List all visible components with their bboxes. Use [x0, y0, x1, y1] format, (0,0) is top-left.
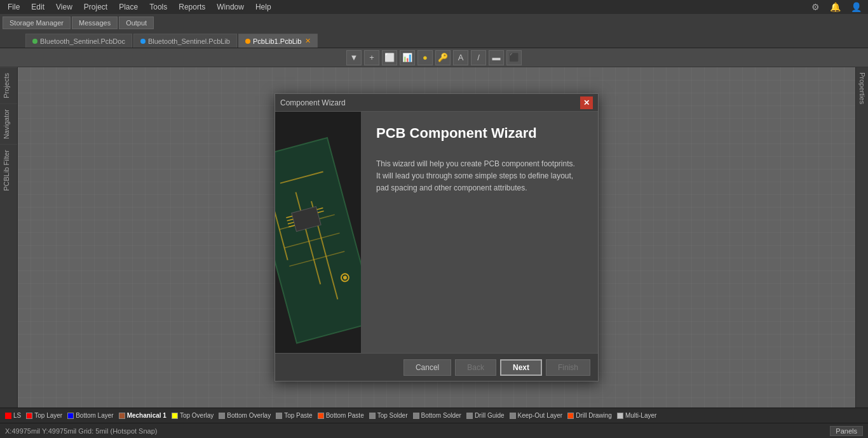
- rect-icon-btn[interactable]: ▬: [489, 50, 504, 65]
- layer-top-paste[interactable]: Top Paste: [276, 412, 312, 419]
- layer-color-dot: [318, 413, 324, 419]
- tab-pcblib[interactable]: Bluetooth_Sentinel.PcbLib: [133, 34, 237, 48]
- component-wizard-dialog: Component Wizard ✕: [275, 93, 599, 382]
- layer-label: Bottom Overlay: [227, 412, 271, 419]
- layer-label: Bottom Layer: [76, 412, 113, 419]
- dialog-body: PCB Component Wizard This wizard will he…: [275, 112, 598, 353]
- layer-drill-drawing[interactable]: Drill Drawing: [567, 412, 612, 419]
- layer-color-dot: [5, 413, 11, 419]
- layer-label: Drill Drawing: [576, 412, 612, 419]
- pcb-illustration: [275, 112, 361, 353]
- toolbar-strip: Storage Manager Messages Output: [0, 14, 868, 32]
- icon-toolbar: ▼ + ⬜ 📊 ● 🔑 A / ▬ ⬛: [0, 48, 868, 67]
- layer-mechanical[interactable]: Mechanical 1: [119, 412, 166, 419]
- layer-label: Top Overlay: [180, 412, 214, 419]
- text-icon-btn[interactable]: A: [453, 50, 468, 65]
- layer-drill-guide[interactable]: Drill Guide: [466, 412, 505, 419]
- layer-top[interactable]: Top Layer: [26, 412, 62, 419]
- layer-bottom[interactable]: Bottom Layer: [67, 412, 113, 419]
- dialog-content-panel: PCB Component Wizard This wizard will he…: [361, 112, 598, 353]
- layer-color-dot: [172, 413, 178, 419]
- layer-label: Multi-Layer: [625, 412, 656, 419]
- dialog-overlay: Component Wizard ✕: [18, 67, 855, 408]
- layer-keepout[interactable]: Keep-Out Layer: [510, 412, 563, 419]
- circle-icon-btn[interactable]: ●: [417, 50, 433, 65]
- dialog-image-panel: [275, 112, 361, 353]
- filter-icon-btn[interactable]: ▼: [346, 50, 362, 65]
- layer-color-dot: [369, 413, 376, 419]
- dialog-titlebar: Component Wizard ✕: [275, 94, 598, 112]
- right-sidebar: Properties: [855, 67, 868, 408]
- layer-color-dot: [510, 413, 516, 419]
- settings-icon[interactable]: ⚙: [808, 1, 824, 13]
- user-icon[interactable]: 👤: [847, 1, 865, 13]
- canvas-area: Component Wizard ✕: [18, 67, 855, 408]
- notifications-icon[interactable]: 🔔: [826, 1, 844, 13]
- sidebar-item-navigator[interactable]: Navigator: [0, 103, 17, 144]
- layer-label: Mechanical 1: [127, 412, 166, 419]
- layer-top-overlay[interactable]: Top Overlay: [172, 412, 214, 419]
- layer-color-dot: [67, 413, 74, 419]
- menu-place[interactable]: Place: [114, 1, 143, 13]
- layer-bottom-overlay[interactable]: Bottom Overlay: [219, 412, 271, 419]
- key-icon-btn[interactable]: 🔑: [435, 50, 451, 65]
- layer-label: Bottom Paste: [326, 412, 364, 419]
- layer-color-dot: [26, 413, 32, 419]
- tab-modified-indicator: ✕: [305, 37, 311, 45]
- dialog-heading: PCB Component Wizard: [376, 124, 583, 143]
- next-button[interactable]: Next: [500, 359, 542, 376]
- panels-button[interactable]: Panels: [830, 426, 863, 436]
- status-bar: LS Top Layer Bottom Layer Mechanical 1 T…: [0, 408, 868, 423]
- layer-label: Bottom Solder: [421, 412, 461, 419]
- back-button[interactable]: Back: [455, 359, 496, 376]
- tab-dot: [140, 39, 146, 44]
- dialog-close-button[interactable]: ✕: [580, 96, 593, 109]
- tab-pcbdoc[interactable]: Bluetooth_Sentinel.PcbDoc: [25, 34, 132, 48]
- tab-pcblib1[interactable]: PcbLib1.PcbLib ✕: [238, 34, 318, 48]
- menu-help[interactable]: Help: [250, 1, 276, 13]
- coordinates-display: X:49975mil Y:49975mil Grid: 5mil (Hotspo…: [5, 427, 157, 435]
- properties-panel-label[interactable]: Properties: [856, 67, 869, 109]
- add-icon-btn[interactable]: +: [364, 50, 379, 65]
- dialog-description: This wizard will help you create PCB com…: [376, 158, 583, 195]
- layer-color-dot: [567, 413, 574, 419]
- menu-tools[interactable]: Tools: [144, 1, 172, 13]
- cancel-button[interactable]: Cancel: [403, 359, 451, 376]
- finish-button[interactable]: Finish: [546, 359, 590, 376]
- layer-label: Drill Guide: [475, 412, 505, 419]
- layer-bottom-solder[interactable]: Bottom Solder: [413, 412, 461, 419]
- menu-window[interactable]: Window: [212, 1, 249, 13]
- layer-color-dot: [276, 413, 282, 419]
- menu-project[interactable]: Project: [79, 1, 112, 13]
- messages-button[interactable]: Messages: [72, 17, 118, 29]
- output-button[interactable]: Output: [119, 17, 154, 29]
- sidebar-item-projects[interactable]: Projects: [0, 67, 17, 103]
- menu-view[interactable]: View: [51, 1, 78, 13]
- layer-bottom-paste[interactable]: Bottom Paste: [318, 412, 364, 419]
- tab-dot: [32, 39, 37, 44]
- layer-top-solder[interactable]: Top Solder: [369, 412, 408, 419]
- menu-edit[interactable]: Edit: [26, 1, 50, 13]
- layer-color-dot: [219, 413, 225, 419]
- tabs-bar: Bluetooth_Sentinel.PcbDoc Bluetooth_Sent…: [0, 32, 868, 48]
- select-icon-btn[interactable]: ⬜: [382, 50, 397, 65]
- square-icon-btn[interactable]: ⬛: [506, 50, 522, 65]
- layer-label: LS: [13, 412, 21, 419]
- menu-file[interactable]: File: [3, 1, 25, 13]
- sidebar-item-pcblib-filter[interactable]: PCBLib Filter: [0, 144, 17, 196]
- tab-dot: [245, 39, 250, 44]
- menu-reports[interactable]: Reports: [173, 1, 210, 13]
- layer-ls[interactable]: LS: [5, 412, 21, 419]
- layer-label: Keep-Out Layer: [518, 412, 563, 419]
- chart-icon-btn[interactable]: 📊: [400, 50, 415, 65]
- line-icon-btn[interactable]: /: [471, 50, 486, 65]
- layer-multi[interactable]: Multi-Layer: [617, 412, 656, 419]
- layer-label: Top Solder: [377, 412, 408, 419]
- storage-manager-button[interactable]: Storage Manager: [3, 17, 71, 29]
- layer-color-dot: [119, 413, 125, 419]
- layer-label: Top Layer: [34, 412, 62, 419]
- left-sidebar: Projects Navigator PCBLib Filter: [0, 67, 18, 408]
- layer-label: Top Paste: [284, 412, 312, 419]
- menubar: File Edit View Project Place Tools Repor…: [0, 0, 868, 14]
- layer-color-dot: [466, 413, 473, 419]
